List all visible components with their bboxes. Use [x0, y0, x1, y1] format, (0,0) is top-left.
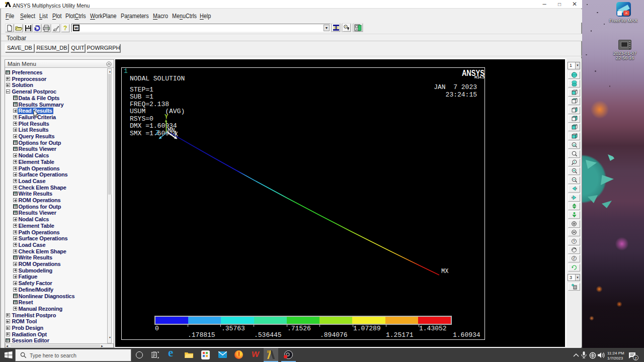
svg-text:Z: Z	[573, 257, 575, 260]
svg-text:Y: Y	[573, 239, 575, 243]
svg-text:@: @	[572, 143, 575, 146]
